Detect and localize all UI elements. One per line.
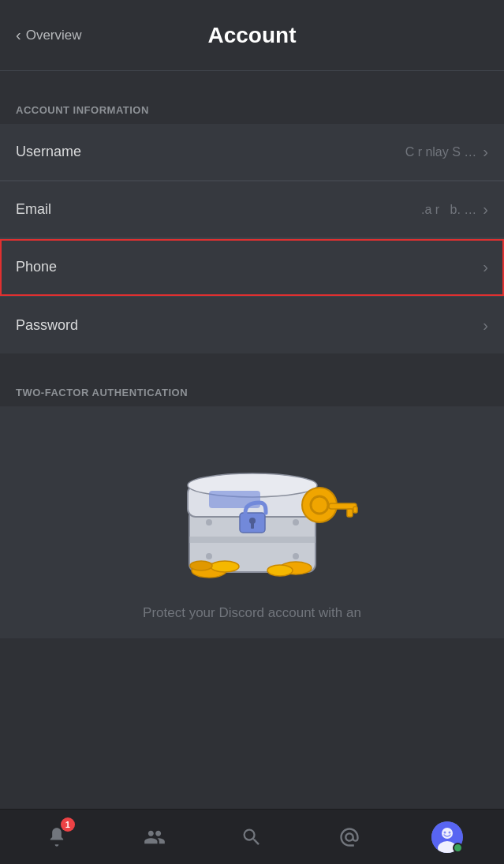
phone-row[interactable]: Phone › <box>0 239 504 296</box>
tfa-section-header: TWO-FACTOR AUTHENTICATION <box>0 369 504 406</box>
avatar-online-status <box>453 843 463 853</box>
svg-point-18 <box>206 519 212 526</box>
nav-item-activity[interactable]: 1 <box>35 816 78 858</box>
phone-value-container: › <box>483 258 488 276</box>
content-area: ACCOUNT INFORMATION Username C r nlay S … <box>0 71 504 809</box>
svg-point-11 <box>267 565 293 576</box>
tfa-illustration <box>16 422 488 596</box>
svg-rect-15 <box>347 509 353 517</box>
svg-rect-6 <box>209 491 260 508</box>
tfa-description: Protect your Discord account with an <box>16 596 488 638</box>
nav-item-contacts[interactable] <box>133 816 176 858</box>
svg-point-23 <box>442 828 453 839</box>
svg-point-26 <box>449 831 451 833</box>
tfa-chest-svg <box>142 446 363 580</box>
account-rows-container: Username C r nlay S … › Email .a r b. … … <box>0 124 504 353</box>
password-row[interactable]: Password › <box>0 297 504 353</box>
username-chevron-icon: › <box>483 143 488 161</box>
bottom-navigation: 1 <box>0 809 504 864</box>
phone-label: Phone <box>16 259 57 275</box>
email-value: .a r b. … <box>421 203 476 217</box>
username-row[interactable]: Username C r nlay S … › <box>0 124 504 181</box>
svg-point-21 <box>293 553 299 559</box>
section-gap-2fa <box>0 353 504 369</box>
contacts-icon <box>144 826 166 848</box>
account-info-section-header: ACCOUNT INFORMATION <box>0 87 504 124</box>
mentions-icon <box>338 826 360 848</box>
username-label: Username <box>16 144 81 160</box>
svg-point-8 <box>211 561 239 572</box>
tfa-section: Protect your Discord account with an <box>0 406 504 638</box>
activity-badge: 1 <box>61 817 75 832</box>
back-button[interactable]: ‹ Overview <box>16 26 82 44</box>
header: ‹ Overview Account <box>0 0 504 71</box>
search-icon <box>241 826 263 848</box>
back-label: Overview <box>26 28 82 43</box>
back-chevron-icon: ‹ <box>16 26 21 44</box>
svg-point-25 <box>444 831 446 833</box>
section-gap-top <box>0 71 504 87</box>
phone-chevron-icon: › <box>483 258 488 276</box>
password-value-container: › <box>483 316 488 335</box>
svg-point-19 <box>293 519 299 526</box>
svg-rect-17 <box>189 537 315 543</box>
password-chevron-icon: › <box>483 316 488 335</box>
nav-item-search[interactable] <box>230 816 273 858</box>
email-row[interactable]: Email .a r b. … › <box>0 181 504 238</box>
svg-rect-16 <box>353 507 357 513</box>
nav-item-profile[interactable] <box>426 816 469 858</box>
svg-point-9 <box>190 561 212 570</box>
email-label: Email <box>16 201 51 218</box>
page-title: Account <box>208 23 297 48</box>
svg-rect-14 <box>329 503 357 509</box>
svg-point-20 <box>206 553 212 559</box>
avatar-container <box>431 821 463 853</box>
username-value-container: C r nlay S … › <box>405 143 488 161</box>
email-chevron-icon: › <box>483 200 488 219</box>
email-value-container: .a r b. … › <box>421 200 488 219</box>
username-value: C r nlay S … <box>405 145 477 159</box>
nav-item-mentions[interactable] <box>328 816 371 858</box>
password-label: Password <box>16 317 78 334</box>
svg-rect-5 <box>251 522 254 529</box>
